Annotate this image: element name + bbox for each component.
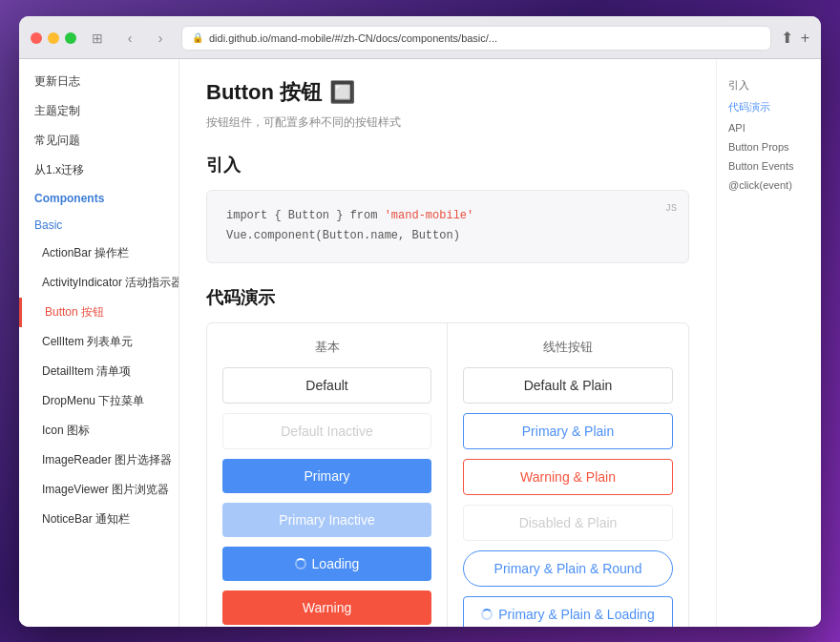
sidebar-item-button[interactable]: Button 按钮 [19, 298, 178, 327]
browser-window: ⊞ ‹ › 🔒 didi.github.io/mand-mobile/#/zh-… [19, 16, 821, 627]
page-title: Button 按钮 🔲 [206, 78, 689, 107]
button-warning-plain[interactable]: Warning & Plain [463, 459, 673, 495]
new-tab-button[interactable]: + [801, 30, 809, 47]
plain-column-title: 线性按钮 [463, 339, 673, 356]
browser-actions: ⬆ + [781, 29, 809, 47]
button-primary-loading-label: Primary & Plain & Loading [498, 607, 654, 622]
lock-icon: 🔒 [192, 32, 203, 43]
sidebar-item-imageviewer[interactable]: ImageViewer 图片浏览器 [19, 475, 178, 505]
forward-button[interactable]: › [149, 27, 172, 50]
back-button[interactable]: ‹ [118, 27, 141, 50]
button-primary-inactive[interactable]: Primary Inactive [222, 503, 431, 537]
url-text: didi.github.io/mand-mobile/#/zh-CN/docs/… [209, 32, 497, 44]
sidebar-item-detailitem[interactable]: DetailItem 清单项 [19, 357, 178, 386]
url-bar[interactable]: 🔒 didi.github.io/mand-mobile/#/zh-CN/doc… [181, 26, 771, 51]
sidebar-item-icon[interactable]: Icon 图标 [19, 416, 178, 445]
button-primary-plain[interactable]: Primary & Plain [463, 413, 673, 449]
button-default-inactive[interactable]: Default Inactive [222, 413, 431, 449]
sidebar-item-theme[interactable]: 主题定制 [19, 96, 178, 126]
tab-icon: ⊞ [86, 27, 109, 50]
basic-buttons: Default Default Inactive Primary Primary… [222, 367, 431, 627]
anchor-intro[interactable]: 引入 [728, 78, 809, 93]
spinner-blue-icon [481, 609, 493, 620]
maximize-button[interactable] [65, 32, 76, 44]
close-button[interactable] [31, 32, 42, 44]
code-block: JS import { Button } from 'mand-mobile' … [206, 190, 689, 263]
code-line-1: import { Button } from 'mand-mobile' [226, 206, 669, 227]
right-sidebar: 引入 代码演示 API Button Props Button Events @… [716, 59, 821, 627]
button-primary-plain-round[interactable]: Primary & Plain & Round [463, 550, 673, 587]
demo-section-title: 代码演示 [206, 286, 689, 309]
demo-grid: 基本 Default Default Inactive Primary Prim… [206, 322, 689, 627]
sidebar-item-cellitem[interactable]: CellItem 列表单元 [19, 327, 178, 357]
anchor-button-events[interactable]: Button Events [728, 160, 809, 172]
sidebar-item-basic[interactable]: Basic [19, 212, 178, 238]
sidebar: 更新日志 主题定制 常见问题 从1.x迁移 Components Basic A… [19, 59, 179, 627]
basic-column-title: 基本 [222, 339, 431, 356]
button-primary[interactable]: Primary [222, 459, 431, 493]
button-loading[interactable]: Loading [222, 547, 431, 581]
sidebar-item-activity-indicator[interactable]: ActivityIndicator 活动指示器 [19, 268, 178, 298]
button-loading-label: Loading [312, 556, 360, 571]
page-body: 更新日志 主题定制 常见问题 从1.x迁移 Components Basic A… [19, 59, 821, 627]
button-disabled-plain[interactable]: Disabled & Plain [463, 505, 673, 541]
sidebar-item-imagereader[interactable]: ImageReader 图片选择器 [19, 445, 178, 475]
anchor-demo[interactable]: 代码演示 [728, 100, 809, 114]
intro-section-title: 引入 [206, 154, 689, 176]
sidebar-item-noticebar[interactable]: NoticeBar 通知栏 [19, 505, 178, 534]
button-primary-plain-loading[interactable]: Primary & Plain & Loading [463, 596, 673, 627]
anchor-api[interactable]: API [728, 122, 809, 134]
tab-controls: ⊞ [86, 27, 109, 50]
sidebar-item-changelog[interactable]: 更新日志 [19, 67, 178, 96]
demo-column-plain: 线性按钮 Default & Plain Primary & Plain War… [448, 323, 688, 627]
minimize-button[interactable] [48, 32, 59, 44]
sidebar-item-faq[interactable]: 常见问题 [19, 126, 178, 155]
traffic-lights [31, 32, 76, 44]
code-line-2: Vue.component(Button.name, Button) [226, 226, 669, 247]
button-default-plain[interactable]: Default & Plain [463, 367, 673, 404]
browser-chrome: ⊞ ‹ › 🔒 didi.github.io/mand-mobile/#/zh-… [19, 16, 821, 59]
sidebar-item-components[interactable]: Components [19, 185, 178, 212]
page-title-text: Button 按钮 [206, 78, 322, 107]
share-button[interactable]: ⬆ [781, 29, 793, 47]
code-label: JS [665, 200, 677, 217]
sidebar-item-dropmenu[interactable]: DropMenu 下拉菜单 [19, 386, 178, 416]
spinner-icon [295, 558, 306, 570]
anchor-button-props[interactable]: Button Props [728, 141, 809, 153]
plain-buttons: Default & Plain Primary & Plain Warning … [463, 367, 673, 627]
page-subtitle: 按钮组件，可配置多种不同的按钮样式 [206, 114, 689, 131]
main-content: Button 按钮 🔲 按钮组件，可配置多种不同的按钮样式 引入 JS impo… [179, 59, 716, 627]
browser-nav: ‹ › [118, 27, 172, 50]
demo-column-basic: 基本 Default Default Inactive Primary Prim… [207, 323, 448, 627]
page-title-icon: 🔲 [329, 80, 355, 105]
button-warning[interactable]: Warning [222, 590, 431, 625]
sidebar-item-actionbar[interactable]: ActionBar 操作栏 [19, 238, 178, 268]
anchor-click-event[interactable]: @click(event) [728, 179, 809, 191]
button-default[interactable]: Default [222, 367, 431, 404]
sidebar-item-migrate[interactable]: 从1.x迁移 [19, 155, 178, 185]
document-icon: ⊞ [92, 31, 103, 46]
